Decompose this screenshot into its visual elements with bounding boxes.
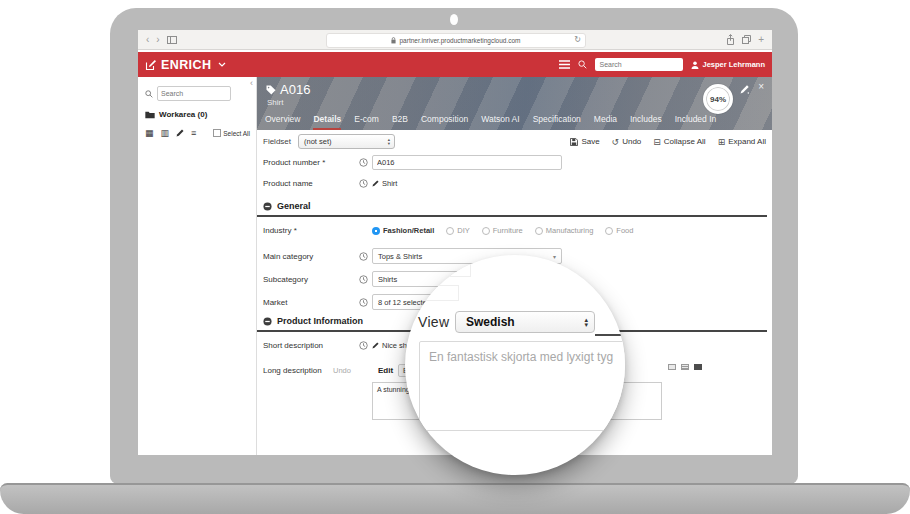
global-search-input[interactable] — [595, 58, 683, 71]
list-view-icon[interactable]: ≡ — [191, 128, 196, 138]
pencil-square-icon — [145, 59, 157, 71]
history-icon[interactable] — [359, 341, 372, 350]
reload-icon[interactable]: ↻ — [574, 35, 581, 44]
undo-button[interactable]: ↺ Undo — [612, 137, 642, 146]
banner-edit-icon[interactable] — [740, 85, 749, 94]
sidebar-collapse-icon[interactable]: ‹ — [250, 78, 253, 88]
editor-mode-icon[interactable] — [668, 364, 676, 370]
tabs-overview-icon[interactable] — [742, 35, 751, 44]
sidebar-item-workarea[interactable]: Workarea (0) — [145, 110, 250, 119]
address-bar[interactable]: partner.inriver.productmarketingcloud.co… — [326, 33, 586, 48]
stepper-icon: ▴▾ — [388, 138, 390, 145]
radio-icon — [482, 227, 490, 235]
radio-food[interactable]: Food — [605, 226, 633, 235]
radio-icon — [605, 227, 613, 235]
product-number-input[interactable] — [372, 155, 562, 170]
long-description-edit-tab[interactable]: Edit — [378, 366, 393, 375]
tab-media[interactable]: Media — [594, 114, 617, 130]
search-icon[interactable] — [578, 60, 587, 69]
tab-composition[interactable]: Composition — [421, 114, 468, 130]
browser-back-button[interactable]: ‹ — [146, 35, 149, 45]
history-icon[interactable] — [359, 179, 372, 188]
column-view-icon[interactable]: ▥ — [161, 128, 170, 138]
select-all-label: Select All — [223, 130, 250, 137]
webcam-dot — [450, 14, 458, 25]
tab-details[interactable]: Details — [313, 114, 341, 130]
industry-radio-group: Fashion/Retail DIY Furniture Manufa — [372, 226, 633, 235]
edit-icon[interactable] — [176, 129, 184, 137]
short-description-value[interactable]: Nice sh — [372, 341, 407, 350]
new-tab-icon[interactable]: + — [758, 35, 764, 45]
product-name-value[interactable]: Shirt — [372, 179, 397, 188]
save-button[interactable]: Save — [570, 137, 599, 146]
radio-icon — [535, 227, 543, 235]
radio-diy[interactable]: DIY — [446, 226, 470, 235]
editor-mode-icon-active[interactable] — [694, 364, 702, 370]
tab-specification[interactable]: Specification — [533, 114, 581, 130]
field-label: Market — [263, 298, 359, 307]
caret-down-icon: ▾ — [553, 253, 556, 260]
field-label: Short description — [263, 341, 359, 350]
folder-icon — [145, 111, 155, 119]
workarea-label: Workarea (0) — [159, 110, 207, 119]
editor-mode-icon[interactable] — [681, 364, 689, 370]
fieldset-select[interactable]: (not set) ▴▾ — [298, 134, 395, 149]
browser-forward-button[interactable]: › — [156, 35, 159, 45]
user-menu[interactable]: Jesper Lehrmann — [691, 60, 765, 69]
sidebar-search-input[interactable] — [157, 86, 231, 101]
tab-watson-ai[interactable]: Watson AI — [481, 114, 519, 130]
product-name-row: Product name Shirt — [263, 179, 766, 188]
history-icon[interactable] — [359, 158, 372, 167]
stepper-icon: ▴▾ — [584, 317, 588, 328]
history-icon[interactable] — [359, 298, 372, 307]
magnified-section-divider — [595, 334, 625, 336]
app-header: ENRICH Jesper Lehrmann — [138, 52, 772, 77]
tab-includes[interactable]: Includes — [630, 114, 662, 130]
field-label: Subcategory — [263, 275, 359, 284]
product-banner: A016 Shirt 94% × Overview Details E-com … — [257, 77, 772, 130]
sidebar-search-icon — [145, 90, 153, 98]
swedish-description-textarea[interactable]: En fantastisk skjorta med lyxigt tyg — [419, 341, 625, 431]
history-icon[interactable] — [359, 275, 372, 284]
url-text: partner.inriver.productmarketingcloud.co… — [399, 37, 520, 44]
radio-fashion-retail[interactable]: Fashion/Retail — [372, 226, 434, 235]
enrich-logo[interactable]: ENRICH — [145, 58, 226, 72]
pencil-icon — [372, 180, 379, 187]
expand-icon: ⊞ — [718, 138, 726, 146]
field-label: Product number * — [263, 158, 359, 167]
fieldset-label: Fieldset — [263, 137, 291, 146]
collapse-all-button[interactable]: ⊟ Collapse All — [653, 137, 705, 146]
share-icon[interactable] — [726, 34, 735, 45]
marketing-screenshot: ‹ › partner.inriver.productmarketingclou… — [0, 0, 910, 514]
history-icon[interactable] — [359, 252, 372, 261]
field-label: Product name — [263, 179, 359, 188]
product-number-row: Product number * — [263, 155, 766, 170]
magnifier-circle: View Swedish ▴▾ En fantastisk skjorta me… — [405, 255, 625, 475]
field-label: Industry * — [263, 226, 359, 235]
industry-row: Industry * Fashion/Retail DIY — [263, 226, 766, 235]
tab-ecom[interactable]: E-com — [354, 114, 379, 130]
browser-sidebar-icon[interactable] — [167, 36, 177, 44]
entity-tabs: Overview Details E-com B2B Composition W… — [265, 114, 716, 130]
product-name-subheading: Shirt — [267, 98, 283, 107]
brand-name: ENRICH — [161, 58, 211, 72]
tab-overview[interactable]: Overview — [265, 114, 300, 130]
product-number-heading: A016 — [266, 82, 310, 97]
grid-view-icon[interactable]: ▦ — [145, 128, 154, 138]
banner-close-icon[interactable]: × — [758, 81, 764, 92]
tab-b2b[interactable]: B2B — [392, 114, 408, 130]
long-description-undo-link[interactable]: Undo — [333, 366, 351, 375]
tab-included-in[interactable]: Included In — [675, 114, 717, 130]
language-select[interactable]: Swedish ▴▾ — [455, 311, 595, 333]
checkbox-icon — [213, 129, 221, 137]
workarea-sidebar: ‹ Workarea (0) ▦ ▥ — [138, 77, 257, 455]
radio-furniture[interactable]: Furniture — [482, 226, 523, 235]
menu-icon[interactable] — [559, 60, 570, 69]
editor-view-mode-icons — [668, 364, 702, 370]
expand-all-button[interactable]: ⊞ Expand All — [718, 137, 766, 146]
user-name: Jesper Lehrmann — [702, 60, 765, 69]
section-general[interactable]: General — [257, 201, 767, 217]
collapse-icon: ⊟ — [653, 138, 661, 146]
radio-manufacturing[interactable]: Manufacturing — [535, 226, 594, 235]
select-all-checkbox[interactable]: Select All — [213, 129, 250, 137]
